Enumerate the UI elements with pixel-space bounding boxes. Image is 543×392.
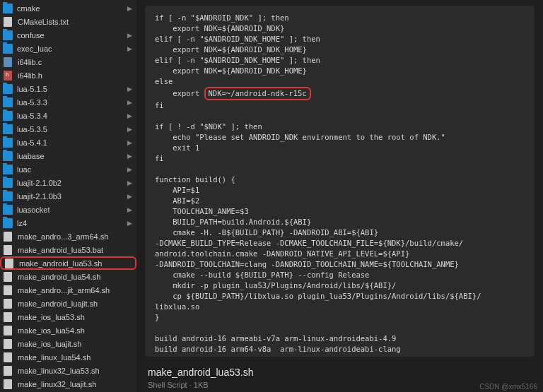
file-item[interactable]: make_android_luajit.sh (0, 297, 136, 310)
code-editor[interactable]: if [ -n "$ANDROID_NDK" ]; then export ND… (145, 6, 535, 357)
chevron-right-icon: ▶ (127, 32, 132, 39)
chevron-right-icon: ▶ (127, 85, 132, 93)
file-explorer-sidebar[interactable]: cmake▶CMakeLists.txtconfuse▶exec_luac▶i6… (0, 0, 136, 392)
chevron-right-icon: ▶ (127, 206, 132, 213)
item-label: make_android_lua53.bat (18, 246, 103, 254)
file-icon (4, 312, 12, 322)
ndk-path-highlight: NDK=~/android-ndk-r15c (204, 87, 311, 100)
file-item[interactable]: make_linux_lua54.sh (0, 350, 136, 364)
item-label: luasocket (17, 206, 49, 214)
file-item[interactable]: make_ios_lua54.sh (0, 323, 136, 337)
code-text-mid: fi if [ ! -d "$NDK" ]; then echo "Please… (155, 101, 481, 357)
folder-item[interactable]: lua-5.3.3▶ (0, 95, 136, 109)
file-item[interactable]: make_android_lua53.bat (0, 243, 136, 256)
item-label: CMakeLists.txt (18, 18, 69, 26)
item-label: make_ios_luajit.sh (18, 340, 82, 348)
file-item[interactable]: make_andro...3_arm64.sh (0, 230, 136, 243)
footer-filemeta: Shell Script · 1KB (148, 381, 532, 389)
folder-item[interactable]: luajit-2.1.0b3▶ (0, 189, 136, 203)
item-label: i64lib.h (18, 71, 42, 80)
folder-item[interactable]: luac▶ (0, 162, 136, 176)
folder-item[interactable]: lz4▶ (0, 216, 136, 230)
file-item[interactable]: make_ios_luajit.sh (0, 337, 136, 350)
chevron-right-icon: ▶ (127, 139, 132, 146)
item-label: make_linux32_lua53.sh (18, 367, 100, 375)
folder-icon (3, 165, 13, 174)
folder-item[interactable]: lua-5.4.1▶ (0, 136, 136, 149)
folder-item[interactable]: lua-5.3.5▶ (0, 122, 136, 136)
file-icon (4, 339, 12, 349)
main-editor-area: if [ -n "$ANDROID_NDK" ]; then export ND… (136, 0, 543, 392)
file-icon (4, 299, 12, 309)
file-icon (4, 245, 12, 255)
item-label: confuse (17, 31, 45, 40)
footer-filename: make_android_lua53.sh (148, 367, 532, 378)
folder-icon (3, 151, 13, 161)
item-label: lua-5.1.5 (17, 85, 47, 93)
folder-item[interactable]: confuse▶ (0, 28, 136, 42)
item-label: luajit-2.1.0b2 (17, 179, 62, 187)
watermark-text: CSDN @xmx5166 (479, 383, 537, 391)
chevron-right-icon: ▶ (127, 99, 132, 106)
folder-item[interactable]: luasocket▶ (0, 203, 136, 216)
folder-icon (3, 4, 13, 13)
file-icon (4, 17, 12, 27)
file-item[interactable]: make_ios_lua53.sh (0, 310, 136, 323)
folder-icon (3, 84, 13, 94)
item-label: make_andro...3_arm64.sh (18, 232, 108, 241)
file-icon (5, 259, 13, 268)
file-item[interactable]: make_android_lua54.sh (0, 270, 136, 283)
item-label: exec_luac (17, 44, 52, 53)
item-label: luac (17, 165, 31, 174)
code-text-before: if [ -n "$ANDROID_NDK" ]; then export ND… (155, 13, 320, 85)
item-label: lua-5.3.3 (17, 98, 47, 107)
item-label: make_android_luajit.sh (18, 299, 98, 308)
folder-item[interactable]: lua-5.1.5▶ (0, 82, 136, 95)
chevron-right-icon: ▶ (127, 153, 132, 160)
folder-icon (3, 218, 13, 228)
chevron-right-icon: ▶ (127, 193, 132, 200)
file-icon (4, 379, 12, 389)
item-label: lua-5.3.5 (17, 125, 47, 133)
item-label: make_android_lua53.sh (19, 259, 102, 268)
file-item[interactable]: i64lib.c (0, 55, 136, 69)
item-label: cmake (17, 4, 40, 13)
file-item[interactable]: make_linux32_lua53.sh (0, 364, 136, 377)
folder-item[interactable]: cmake▶ (0, 1, 136, 15)
folder-item[interactable]: lua-5.3.4▶ (0, 109, 136, 122)
chevron-right-icon: ▶ (127, 126, 132, 133)
item-label: make_andro...jit_arm64.sh (18, 286, 110, 295)
item-label: luabase (17, 152, 45, 160)
file-icon (4, 285, 12, 295)
file-icon (4, 232, 12, 242)
folder-icon (3, 97, 13, 107)
item-label: luajit-2.1.0b3 (17, 192, 62, 201)
folder-icon (3, 124, 13, 134)
file-icon (4, 326, 12, 335)
folder-icon (3, 205, 13, 215)
file-icon (4, 352, 12, 362)
file-item[interactable]: make_linux32_luajit.sh (0, 377, 136, 391)
folder-icon (3, 30, 13, 40)
file-item[interactable]: make_andro...jit_arm64.sh (0, 283, 136, 297)
folder-icon (3, 138, 13, 148)
folder-item[interactable]: luabase▶ (0, 149, 136, 162)
folder-icon (3, 178, 13, 188)
file-icon (4, 71, 12, 81)
folder-item[interactable]: luajit-2.1.0b2▶ (0, 176, 136, 189)
file-item[interactable]: CMakeLists.txt (0, 15, 136, 28)
item-label: lua-5.3.4 (17, 112, 47, 120)
file-item[interactable]: i64lib.h (0, 69, 136, 82)
chevron-right-icon: ▶ (127, 220, 132, 227)
chevron-right-icon: ▶ (127, 166, 132, 173)
file-icon (4, 366, 12, 376)
file-item[interactable]: make_android_lua53.sh (0, 256, 136, 270)
item-label: make_linux_lua54.sh (18, 353, 90, 362)
item-label: make_ios_lua54.sh (18, 326, 85, 335)
chevron-right-icon: ▶ (127, 45, 132, 52)
item-label: i64lib.c (18, 58, 42, 66)
folder-item[interactable]: exec_luac▶ (0, 42, 136, 55)
folder-icon (3, 191, 13, 201)
item-label: make_ios_lua53.sh (18, 313, 85, 321)
item-label: make_android_lua54.sh (18, 273, 100, 281)
